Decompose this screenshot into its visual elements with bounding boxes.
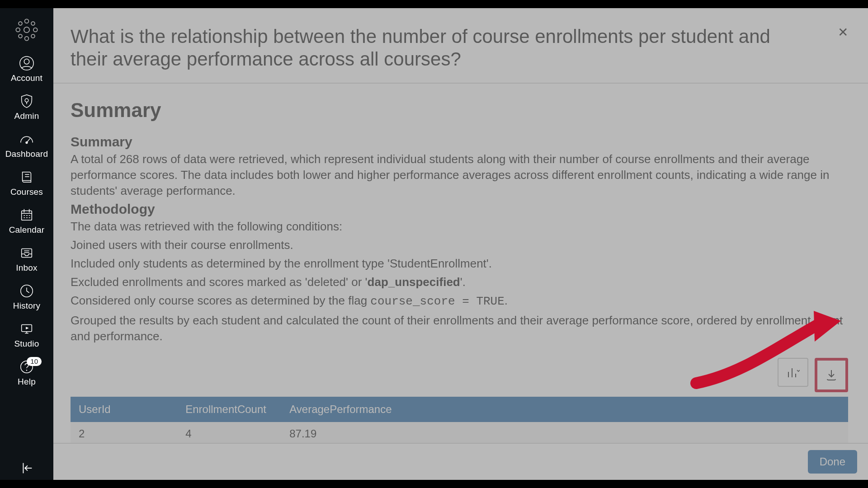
table-cell: 2	[71, 422, 177, 443]
summary-subheading: Summary	[71, 134, 848, 150]
sidebar-item-label: Courses	[10, 187, 43, 197]
sidebar-item-help[interactable]: 10 Help	[0, 354, 53, 392]
svg-point-4	[33, 28, 38, 32]
user-circle-icon	[19, 55, 35, 71]
app-logo	[14, 17, 39, 42]
sidebar-item-courses[interactable]: Courses	[0, 164, 53, 202]
download-button[interactable]	[815, 358, 848, 392]
svg-point-0	[24, 27, 29, 33]
chart-view-button[interactable]	[778, 358, 808, 387]
methodology-line: Grouped the results by each student and …	[71, 313, 848, 344]
svg-point-5	[19, 22, 22, 25]
book-icon	[19, 169, 35, 185]
download-icon	[825, 368, 838, 382]
svg-point-10	[24, 59, 29, 64]
sidebar-item-label: Dashboard	[5, 149, 48, 159]
svg-rect-14	[22, 249, 32, 258]
svg-point-3	[16, 28, 20, 32]
table-actions-bar	[71, 358, 848, 392]
methodology-intro: The data was retrieved with the followin…	[71, 219, 848, 235]
methodology-line: Considered only course scores as determi…	[71, 293, 848, 310]
sidebar-item-calendar[interactable]: Calendar	[0, 202, 53, 240]
sidebar-item-label: Account	[11, 73, 42, 83]
summary-text: A total of 268 rows of data were retriev…	[71, 151, 848, 199]
done-button[interactable]: Done	[808, 450, 857, 474]
shield-icon	[19, 93, 35, 109]
sidebar-item-admin[interactable]: Admin	[0, 89, 53, 127]
methodology-line: Included only students as determined by …	[71, 256, 848, 272]
bar-chart-icon	[786, 366, 800, 379]
methodology-line: Joined users with their course enrollmen…	[71, 237, 848, 253]
sidebar-item-dashboard[interactable]: Dashboard	[0, 127, 53, 164]
sidebar-item-account[interactable]: Account	[0, 51, 53, 89]
sidebar-item-studio[interactable]: Studio	[0, 316, 53, 354]
sidebar-item-label: Admin	[14, 111, 39, 121]
section-heading-summary: Summary	[71, 99, 848, 122]
calendar-icon	[19, 207, 35, 223]
modal-footer: Done	[53, 443, 868, 480]
gauge-icon	[19, 131, 35, 147]
table-row: 2487.19	[71, 422, 848, 443]
collapse-sidebar-button[interactable]	[0, 456, 53, 480]
sidebar-item-label: Studio	[14, 339, 39, 349]
sidebar-item-label: Help	[18, 377, 36, 387]
table-header-row: UserId EnrollmentCount AveragePerformanc…	[71, 397, 848, 422]
sidebar-item-label: Inbox	[16, 263, 37, 273]
modal-header: What is the relationship between the num…	[53, 8, 868, 84]
col-averageperformance: AveragePerformance	[281, 397, 848, 422]
svg-point-1	[25, 19, 29, 23]
modal-body: Summary Summary A total of 268 rows of d…	[53, 84, 868, 443]
svg-point-2	[25, 37, 29, 41]
svg-point-18	[26, 370, 27, 371]
modal-title: What is the relationship between the num…	[71, 25, 812, 71]
table-cell: 87.19	[281, 422, 848, 443]
help-badge: 10	[27, 357, 42, 366]
sidebar-item-history[interactable]: History	[0, 278, 53, 316]
global-nav-sidebar: Account Admin Dashboard Courses	[0, 8, 53, 480]
sidebar-item-label: Calendar	[9, 225, 45, 235]
sidebar-item-label: History	[13, 301, 41, 311]
close-icon[interactable]: ✕	[838, 26, 848, 39]
sidebar-item-inbox[interactable]: Inbox	[0, 240, 53, 278]
col-userid: UserId	[71, 397, 177, 422]
analysis-modal: What is the relationship between the num…	[53, 8, 868, 480]
table-cell: 4	[177, 422, 281, 443]
clock-icon	[19, 283, 35, 299]
presentation-icon	[19, 321, 35, 337]
col-enrollmentcount: EnrollmentCount	[177, 397, 281, 422]
svg-point-7	[19, 34, 22, 38]
svg-point-12	[26, 142, 28, 144]
svg-point-6	[31, 22, 35, 25]
results-table: UserId EnrollmentCount AveragePerformanc…	[71, 397, 848, 443]
methodology-line: Excluded enrollments and scores marked a…	[71, 274, 848, 290]
svg-point-11	[25, 99, 28, 102]
inbox-icon	[19, 245, 35, 261]
svg-point-8	[31, 34, 35, 38]
methodology-subheading: Methodology	[71, 202, 848, 217]
